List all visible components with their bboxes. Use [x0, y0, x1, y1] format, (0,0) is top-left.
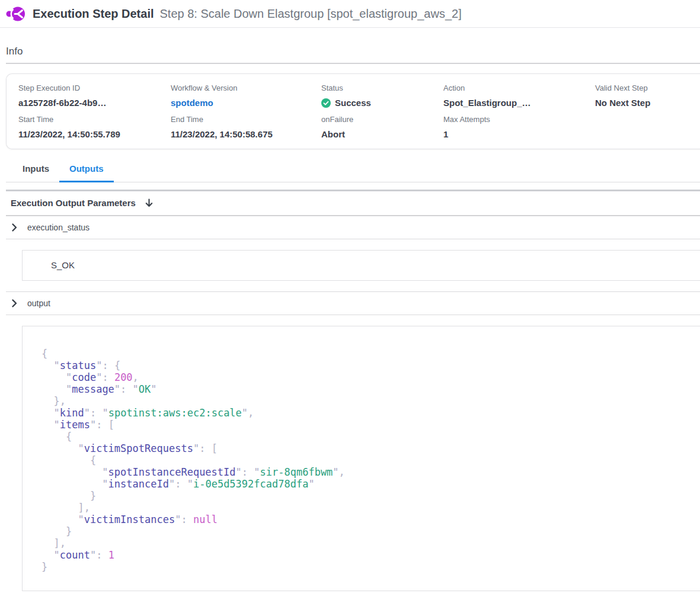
field-value: a125728f-6b22-4b9… — [18, 98, 171, 108]
param-name: output — [27, 299, 50, 308]
field-label: Step Execution ID — [18, 84, 171, 92]
field-value: Spot_Elastigroup_… — [443, 98, 595, 108]
field-value: 1 — [443, 129, 595, 139]
info-section-heading: Info — [6, 46, 700, 64]
field-value: No Next Step — [595, 98, 700, 108]
field-workflow-version: Workflow & Version spotdemo — [171, 84, 321, 108]
tab-bar: Inputs Outputs — [6, 163, 700, 182]
field-value: Abort — [321, 129, 443, 139]
status-badge: Success — [321, 98, 443, 108]
field-step-execution-id: Step Execution ID a125728f-6b22-4b9… — [18, 84, 171, 108]
status-text: Success — [335, 98, 371, 108]
field-label: Start Time — [18, 115, 171, 124]
brand-logo-icon — [6, 5, 25, 23]
tab-outputs[interactable]: Outputs — [59, 163, 114, 182]
param-row-output[interactable]: output — [6, 292, 700, 315]
output-json-code: { "status": { "code": 200, "message": "O… — [41, 348, 700, 573]
field-valid-next-step: Valid Next Step No Next Step — [595, 84, 700, 108]
field-label: Valid Next Step — [595, 84, 700, 92]
field-label: Workflow & Version — [171, 84, 321, 92]
tab-inputs[interactable]: Inputs — [12, 163, 59, 182]
chevron-right-icon — [9, 299, 19, 308]
field-label: onFailure — [321, 115, 443, 124]
info-card: Step Execution ID a125728f-6b22-4b9… Wor… — [6, 73, 700, 149]
field-label: Action — [443, 84, 595, 92]
app-header: Execution Step Detail Step 8: Scale Down… — [0, 0, 700, 28]
field-value: 11/23/2022, 14:50:58.675 — [171, 129, 321, 139]
field-end-time: End Time 11/23/2022, 14:50:58.675 — [171, 115, 321, 139]
output-json-box: { "status": { "code": 200, "message": "O… — [22, 326, 700, 591]
section-heading: Execution Output Parameters — [11, 198, 136, 208]
execution-output-parameters-header: Execution Output Parameters — [6, 191, 700, 216]
param-name: execution_status — [27, 223, 90, 232]
execution-status-value-box: S_OK — [22, 250, 700, 281]
page-title: Execution Step Detail — [33, 7, 154, 21]
field-label: End Time — [171, 115, 321, 124]
field-status: Status Success — [321, 84, 443, 108]
field-onfailure: onFailure Abort — [321, 115, 443, 139]
param-row-execution-status[interactable]: execution_status — [6, 216, 700, 239]
arrow-down-icon[interactable] — [144, 198, 154, 208]
field-action: Action Spot_Elastigroup_… — [443, 84, 595, 108]
chevron-right-icon — [9, 223, 19, 232]
field-label: Max Attempts — [443, 115, 595, 124]
page-subtitle: Step 8: Scale Down Elastgroup [spot_elas… — [160, 7, 462, 21]
field-max-attempts: Max Attempts 1 — [443, 115, 595, 139]
workflow-link[interactable]: spotdemo — [171, 98, 321, 108]
field-label: Status — [321, 84, 443, 92]
check-circle-icon — [321, 98, 331, 108]
field-value: 11/23/2022, 14:50:55.789 — [18, 129, 171, 139]
field-start-time: Start Time 11/23/2022, 14:50:55.789 — [18, 115, 171, 139]
execution-status-value: S_OK — [51, 260, 75, 270]
